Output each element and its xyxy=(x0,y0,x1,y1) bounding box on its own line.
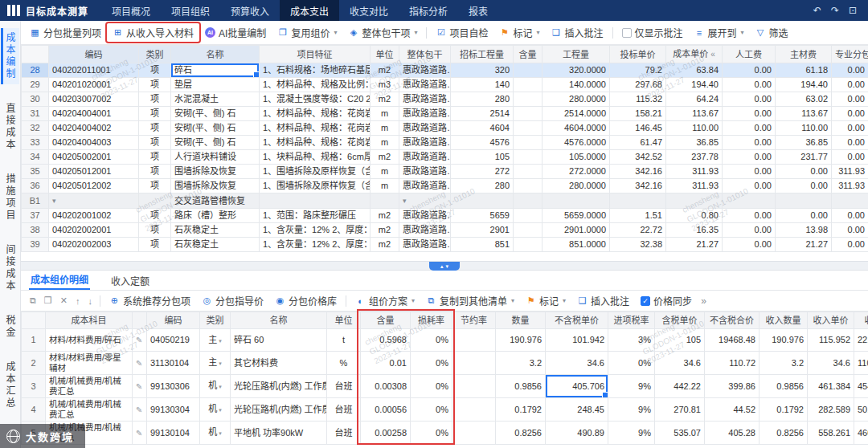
cell-bid-price[interactable]: 115.32 xyxy=(610,92,666,107)
cell-cost-price[interactable]: 113.67 xyxy=(666,107,723,121)
cell-name[interactable]: 光轮压路机(内燃) 工作质量8t… xyxy=(231,398,327,422)
cell-feature[interactable]: 1、材料品种、规格：花岗岩… xyxy=(260,136,371,150)
cell-material-cost[interactable]: 63.02 xyxy=(776,92,832,107)
cell-price-incl-tax[interactable]: 105 xyxy=(655,329,705,352)
column-header-unit[interactable]: 单位 xyxy=(327,312,361,329)
cell-price-incl-tax[interactable]: 442.22 xyxy=(655,375,705,398)
cell-income-price[interactable]: 34.6 xyxy=(808,352,854,375)
column-header-unit[interactable]: 单位 xyxy=(371,46,399,63)
column-header-total-excl-tax[interactable]: 不含税合价 xyxy=(705,312,760,329)
sidebar-item-indirect-cost[interactable]: 间接成本 xyxy=(1,240,19,296)
cell-bid-price[interactable]: 32.38 xyxy=(610,238,666,252)
cell-labor-cost[interactable]: 0.00 xyxy=(723,223,776,238)
cell-subcontract-cost[interactable]: 0.00 xyxy=(832,150,868,165)
cell-subcontract-cost[interactable]: 0.00 xyxy=(832,92,868,107)
cell-cost-price[interactable]: 237.78 xyxy=(666,150,723,165)
menu-tab-budget-income[interactable]: 预算收入 xyxy=(220,0,280,21)
cell-content[interactable] xyxy=(514,136,542,150)
cell-content[interactable]: 0.00056 xyxy=(361,398,411,422)
cell-category[interactable] xyxy=(139,193,171,209)
cell-bid-price[interactable]: 22.72 xyxy=(610,223,666,238)
cell-unit[interactable]: m xyxy=(371,165,399,179)
column-header-code[interactable]: 编码 xyxy=(49,46,139,63)
cell-code[interactable]: ▾ xyxy=(49,193,139,209)
cell-bid-quantity[interactable]: 2901 xyxy=(451,223,514,238)
cell-income-price[interactable]: 461.384 xyxy=(808,375,854,398)
cell-feature[interactable]: 1、石料规格：场地碎石基层 2、… xyxy=(260,63,371,78)
cell-cost-subject[interactable]: 机械/机械费用/机械费汇总 xyxy=(46,375,133,398)
column-header-feature[interactable]: 项目特征 xyxy=(260,46,371,63)
pricing-plan-button[interactable]: ◐组价方案▾ xyxy=(350,291,420,310)
cell-labor-cost[interactable]: 0.00 xyxy=(723,165,776,179)
column-header-content[interactable]: 含量 xyxy=(361,312,411,329)
cell-lump-sum[interactable]: 惠政路道路… xyxy=(399,238,451,252)
cell-total-excl-tax[interactable]: 44.52 xyxy=(705,398,760,422)
sidebar-item-cost-compilation[interactable]: 成本编制 xyxy=(1,28,19,84)
cell-lump-sum[interactable]: ▾ xyxy=(399,193,451,209)
cell-material-cost[interactable]: 13.98 xyxy=(776,223,832,238)
edit-icon[interactable]: ✎ xyxy=(136,429,142,438)
cell-quantity[interactable]: 2514.0000 xyxy=(542,107,610,121)
cell-price-excl-tax[interactable]: 34.6 xyxy=(546,352,608,375)
cell-quantity[interactable]: 140.0000 xyxy=(542,78,610,92)
cell-labor-cost[interactable]: 0.00 xyxy=(723,238,776,252)
cell-labor-cost[interactable] xyxy=(723,193,776,209)
cell-feature[interactable]: 1、含灰量：12% 2、厚度：20cm… xyxy=(260,223,371,238)
cell-bid-price[interactable]: 79.2 xyxy=(610,63,666,78)
cell-bid-price[interactable]: 342.16 xyxy=(610,165,666,179)
copy-icon[interactable]: ⧉ xyxy=(26,294,40,307)
collapse-down-icon[interactable]: ▾ xyxy=(446,263,449,270)
cell-code[interactable]: 99130306 xyxy=(147,375,200,398)
filter-button[interactable]: ▽筛选 xyxy=(750,23,794,42)
cell-code[interactable]: 040202001002 xyxy=(49,209,139,223)
lump-sum-item-button[interactable]: ◈整体包干项▾ xyxy=(342,23,423,42)
cell-bid-quantity[interactable]: 272 xyxy=(451,165,514,179)
cell-unit[interactable]: m2 xyxy=(371,223,399,238)
cell-content[interactable] xyxy=(514,150,542,165)
column-header-edit[interactable] xyxy=(133,312,147,329)
column-header-saving-rate[interactable]: 节约率 xyxy=(452,312,496,329)
cell-category[interactable]: 机▾ xyxy=(200,398,231,422)
cell-lump-sum[interactable]: 惠政路道路… xyxy=(399,121,451,136)
cell-lump-sum[interactable]: 惠政路道路… xyxy=(399,78,451,92)
row-number-cell[interactable]: 32 xyxy=(22,121,49,136)
column-header-name[interactable]: 名称 xyxy=(171,46,260,63)
column-header-income-total[interactable]: 收入合价 xyxy=(854,312,868,329)
column-header-income-price[interactable]: 收入单价 xyxy=(808,312,854,329)
cell-quantity[interactable]: 5659.0000 xyxy=(542,209,610,223)
splitter-handle[interactable]: ▴▾ xyxy=(429,262,460,271)
cell-loss-rate[interactable]: 0% xyxy=(411,375,452,398)
move-up-icon[interactable]: ↑ xyxy=(72,295,84,307)
column-header-material-cost[interactable]: 主材费 xyxy=(776,46,832,63)
cell-cost-subject[interactable]: 材料/材料费用/碎石 xyxy=(46,329,133,352)
cell-unit[interactable]: m xyxy=(371,179,399,193)
cell-category[interactable]: 项 xyxy=(139,107,171,121)
cell-quantity[interactable]: 3.2 xyxy=(496,352,546,375)
cell-category[interactable]: 项 xyxy=(139,136,171,150)
cell-name[interactable]: 安砌(平、侧) 石 xyxy=(171,107,260,121)
show-comments-only-button[interactable]: 仅显示批注 xyxy=(616,23,689,42)
menu-tab-indicator-analysis[interactable]: 指标分析 xyxy=(399,0,458,21)
cell-name[interactable]: 水泥混凝土 xyxy=(171,92,260,107)
cell-cost-price[interactable] xyxy=(666,193,723,209)
cell-loss-rate[interactable]: 0% xyxy=(411,329,452,352)
cell-code[interactable]: 31130104 xyxy=(147,352,200,375)
tab-income-quota[interactable]: 收入定额 xyxy=(109,271,151,290)
cell-material-cost[interactable]: 21.27 xyxy=(776,238,832,252)
cell-quantity[interactable]: 2901.0000 xyxy=(542,223,610,238)
cell-labor-cost[interactable]: 0.00 xyxy=(723,136,776,150)
row-number-cell[interactable]: 28 xyxy=(22,63,49,78)
cell-quantity[interactable]: 190.976 xyxy=(496,329,546,352)
cell-input-tax-rate[interactable]: 0% xyxy=(608,352,655,375)
cell-material-cost[interactable]: 0.00 xyxy=(776,179,832,193)
cell-material-cost[interactable] xyxy=(776,193,832,209)
column-header-price-excl-tax[interactable]: 不含税单价 xyxy=(546,312,608,329)
cell-content[interactable] xyxy=(514,193,542,209)
more-icon[interactable]: » xyxy=(698,295,710,307)
cell-unit[interactable]: m xyxy=(371,107,399,121)
cell-category[interactable]: 项 xyxy=(139,209,171,223)
cell-feature[interactable]: 1、材料品种、规格：花岗岩平石P… xyxy=(260,121,371,136)
menu-tab-income-expense-compare[interactable]: 收支对比 xyxy=(339,0,399,21)
cell-name[interactable]: 围墙拆除及恢复 xyxy=(171,165,260,179)
menu-tab-reports[interactable]: 报表 xyxy=(458,0,498,21)
